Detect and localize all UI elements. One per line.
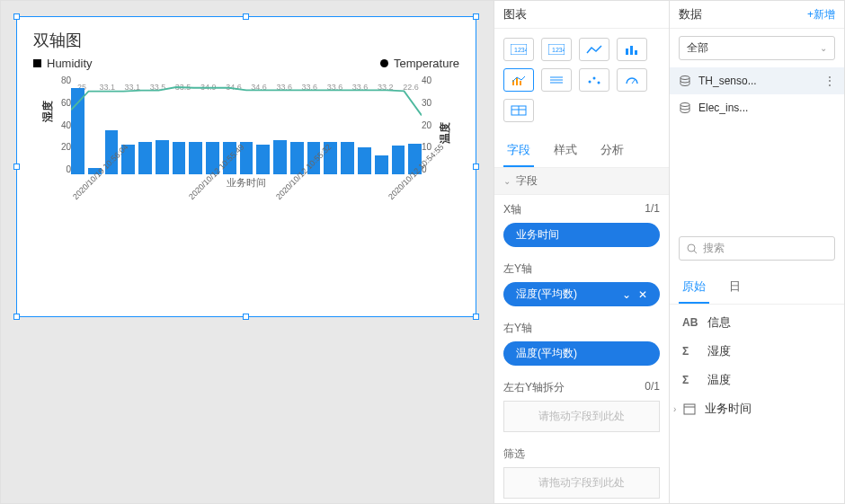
data-panel: 数据+新增 全部⌄ TH_senso...⋮Elec_ins... 搜索 原始 … [669, 1, 844, 503]
yleft-pill[interactable]: 湿度(平均数)⌄✕ [503, 282, 660, 306]
chart-type-number2[interactable]: 1234 [541, 38, 572, 61]
more-icon[interactable]: ⋮ [824, 75, 835, 87]
svg-line-16 [632, 80, 635, 84]
datasource-filter-select[interactable]: 全部⌄ [679, 36, 835, 60]
chart-widget[interactable]: 双轴图 Humidity Temperature 湿度 温度 806040200… [17, 17, 476, 316]
y-axis-right-label: 温度 [438, 122, 453, 144]
add-datasource-link[interactable]: +新增 [807, 7, 835, 22]
chart-type-bar[interactable] [617, 38, 647, 61]
svg-rect-6 [635, 50, 637, 55]
chevron-right-icon: › [673, 404, 676, 414]
svg-line-23 [694, 251, 697, 253]
y-axis-left-label: 湿度 [40, 101, 56, 122]
filter-label: 筛选 [503, 447, 525, 462]
chart-type-dual-axis[interactable] [503, 68, 534, 92]
tab-field[interactable]: 字段 [503, 135, 534, 167]
legend-humidity-icon [33, 59, 41, 67]
canvas-area[interactable]: 双轴图 Humidity Temperature 湿度 温度 806040200… [1, 1, 494, 503]
yleft-label: 左Y轴 [503, 261, 532, 277]
xaxis-label: X轴 [503, 202, 521, 217]
field-item[interactable]: ›业务时间 [670, 394, 844, 423]
database-icon [679, 75, 691, 86]
legend-humidity-label: Humidity [47, 57, 93, 70]
field-item[interactable]: AB信息 [670, 308, 844, 337]
data-panel-title: 数据 [679, 6, 702, 22]
close-icon[interactable]: ✕ [638, 288, 647, 301]
tab-day[interactable]: 日 [725, 271, 744, 304]
field-search-input[interactable]: 搜索 [679, 236, 835, 261]
chevron-down-icon: ⌄ [820, 43, 827, 53]
database-icon [679, 102, 691, 113]
svg-text:1234: 1234 [514, 47, 527, 53]
chart-type-table[interactable] [503, 99, 534, 122]
tab-raw[interactable]: 原始 [679, 271, 709, 304]
datasource-item[interactable]: TH_senso...⋮ [670, 67, 844, 94]
chart-type-line[interactable] [579, 38, 609, 61]
svg-point-21 [680, 103, 689, 107]
calendar-icon [683, 402, 696, 415]
tab-style[interactable]: 样式 [550, 135, 581, 167]
tab-analysis[interactable]: 分析 [597, 135, 627, 167]
legend-temperature-icon [380, 59, 388, 67]
field-item[interactable]: Σ温度 [670, 366, 844, 394]
svg-point-22 [688, 244, 695, 252]
split-label: 左右Y轴拆分 [503, 380, 565, 395]
svg-point-20 [680, 76, 689, 80]
legend-temperature-label: Temperature [394, 57, 459, 70]
svg-rect-9 [520, 81, 521, 85]
field-item[interactable]: Σ湿度 [670, 337, 844, 366]
chevron-down-icon: ⌄ [503, 176, 511, 186]
chart-type-number[interactable]: 1234 [503, 38, 534, 61]
svg-point-13 [589, 81, 592, 84]
yright-label: 右Y轴 [503, 321, 532, 336]
chart-panel-title: 图表 [503, 6, 527, 22]
svg-point-15 [598, 82, 600, 84]
svg-rect-4 [626, 49, 628, 55]
chart-type-list[interactable] [541, 68, 572, 92]
search-icon [687, 243, 698, 254]
svg-point-14 [593, 77, 596, 80]
chart-type-icons: 1234 1234 [494, 29, 669, 131]
filter-dropzone[interactable]: 请拖动字段到此处 [503, 467, 660, 499]
chart-type-scatter[interactable] [579, 68, 609, 92]
yright-pill[interactable]: 温度(平均数) [503, 341, 660, 366]
svg-rect-5 [630, 46, 633, 55]
chart-config-panel: 图表 1234 1234 字段 样式 分析 ⌄字段 X轴1/1 业务时间 左Y轴… [494, 1, 669, 503]
xaxis-pill[interactable]: 业务时间 [503, 223, 660, 247]
chart-title: 双轴图 [33, 30, 459, 51]
chart-type-gauge[interactable] [617, 68, 647, 92]
chart-legend: Humidity Temperature [33, 57, 459, 70]
svg-rect-24 [684, 404, 695, 414]
svg-text:1234: 1234 [552, 47, 565, 53]
split-count: 0/1 [645, 380, 660, 395]
chevron-down-icon[interactable]: ⌄ [622, 288, 631, 301]
split-dropzone[interactable]: 请拖动字段到此处 [503, 401, 660, 432]
xaxis-count: 1/1 [645, 202, 660, 217]
section-field-header[interactable]: ⌄字段 [494, 168, 669, 195]
datasource-item[interactable]: Elec_ins... [670, 94, 844, 121]
